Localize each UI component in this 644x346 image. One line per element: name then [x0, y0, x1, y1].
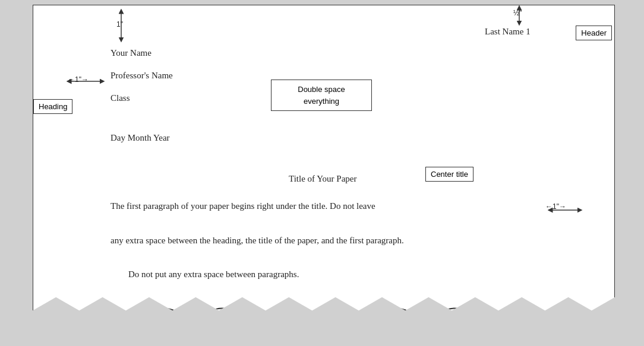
class: Class — [111, 93, 130, 103]
professors-name: Professor's Name — [111, 71, 173, 81]
center-title-box: Center title — [425, 167, 473, 182]
last-name-page: Last Name 1 — [485, 27, 531, 37]
paragraph-1: The first paragraph of your paper begins… — [111, 201, 375, 211]
date: Day Month Year — [111, 133, 170, 143]
paragraph-2: any extra space between the heading, the… — [111, 236, 404, 246]
double-space-box: Double spaceeverything — [271, 80, 372, 111]
paragraph-3: Do not put any extra space between parag… — [128, 269, 299, 280]
half-margin-label: ½" — [513, 9, 522, 17]
left-margin-label: ←1"→ — [68, 75, 89, 84]
header-box: Header — [576, 26, 612, 40]
wavy-bottom — [33, 301, 614, 337]
heading-box: Heading — [33, 99, 72, 114]
double-space-label: Double spaceeverything — [298, 85, 345, 106]
your-name: Your Name — [111, 48, 151, 58]
right-margin-label: ←1"→ — [545, 202, 566, 211]
paper-title: Title of Your Paper — [289, 174, 356, 184]
top-margin-label: 1" — [116, 20, 123, 28]
paper-page: 1" ½" ←1"→ ←1"→ Header Last Name 1 Headi… — [33, 5, 615, 337]
